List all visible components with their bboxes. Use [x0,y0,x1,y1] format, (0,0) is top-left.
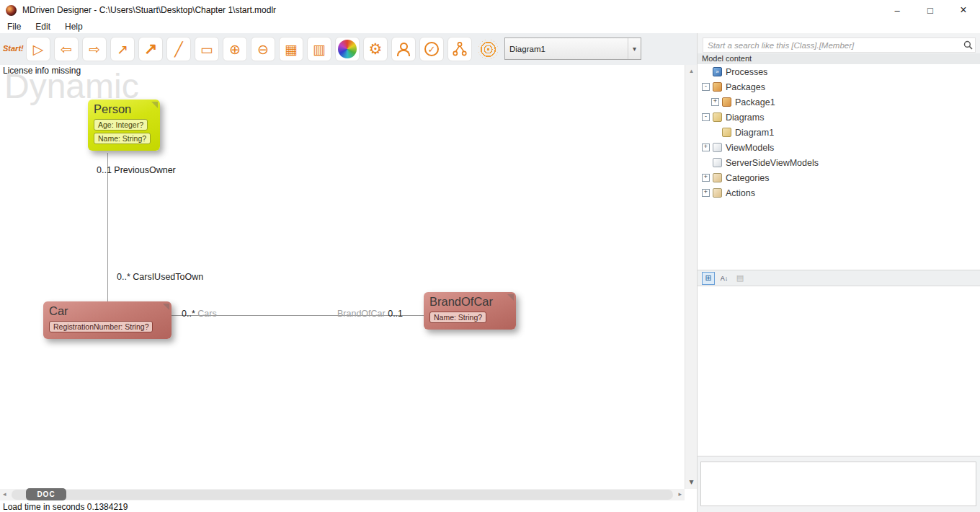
tree-item-label: Package1 [735,97,775,107]
viewmodel-icon [713,143,722,152]
report-icon: ▥ [313,41,326,58]
search-input[interactable] [703,41,961,50]
association-label-cars: 0..* Cars [182,309,217,319]
description-area[interactable] [700,462,976,506]
user-icon [396,43,411,56]
association-tool-button[interactable]: ↗ [110,37,135,61]
user-settings-button[interactable] [391,37,416,61]
scrollbar-thumb[interactable] [12,490,673,500]
canvas-horizontal-scrollbar[interactable]: ◂ ▸ [0,489,685,500]
property-grid-area[interactable] [698,286,980,456]
model-content-header: Model content [698,53,980,64]
tree-item-diagram1[interactable]: Diagram1 [698,125,980,140]
tree-item-serversideviewmodels[interactable]: ServerSideViewModels [698,155,980,170]
brand-multiplicity: 0..1 [388,309,403,319]
attribute-age[interactable]: Age: Integer? [94,119,148,131]
class-name: Car [49,304,166,318]
brand-role: BrandOfCar [337,309,386,319]
attribute-name[interactable]: Name: String? [94,133,151,144]
collapse-icon[interactable]: - [702,113,710,121]
nav-forward-button[interactable]: ⇨ [82,37,107,61]
tree-item-categories[interactable]: + Categories [698,170,980,185]
scroll-left-icon[interactable]: ◂ [3,490,6,498]
zoom-out-button[interactable]: ⊖ [251,37,275,61]
app-logo-icon [6,5,17,16]
forward-arrow-icon: ⇨ [89,41,100,58]
start-label[interactable]: Start! [3,44,24,53]
class-brandofcar[interactable]: BrandOfCar Name: String? [424,292,516,330]
line-tool-button[interactable]: ╱ [166,37,191,61]
tree-item-packages[interactable]: - Packages [698,79,980,94]
validate-button[interactable]: ✓ [419,37,444,61]
close-button[interactable]: × [947,0,980,20]
grid-icon: ▦ [285,41,298,58]
menu-help[interactable]: Help [58,21,90,32]
check-circle-icon: ✓ [424,42,439,56]
color-wheel-button[interactable] [335,37,360,61]
diagram-icon [713,112,722,122]
zoom-in-icon: ⊕ [229,41,241,58]
tree-item-label: Processes [726,67,767,77]
class-person[interactable]: Person Age: Integer? Name: String? [88,100,160,151]
scroll-right-icon[interactable]: ▸ [678,490,682,498]
gears-icon: ⚙ [369,40,383,58]
play-icon: ▷ [33,41,44,58]
tree-item-label: ViewModels [726,143,774,153]
back-arrow-icon: ⇦ [61,41,72,58]
cars-role: Cars [197,309,216,319]
search-box [703,37,976,53]
menu-file[interactable]: File [0,21,28,32]
package-icon [722,97,731,107]
scroll-down-icon[interactable]: ▾ [685,477,698,487]
scroll-up-icon[interactable]: ▴ [685,67,698,74]
diagram-report-button[interactable]: ▥ [307,37,331,61]
maximize-button[interactable]: □ [914,0,947,20]
association-label-previousowner: 0..1 PreviousOwner [97,165,176,175]
expand-icon[interactable]: + [702,174,710,182]
doc-tab[interactable]: DOC [26,488,66,500]
tree-item-label: ServerSideViewModels [726,158,819,168]
corner-fold-icon [151,102,158,108]
expand-icon[interactable]: + [702,144,710,151]
property-pages-button[interactable]: ▤ [734,272,747,285]
grid-view-button[interactable]: ▦ [279,37,303,61]
attribute-name[interactable]: Name: String? [429,312,486,323]
class-car[interactable]: Car RegistrationNumber: String? [43,301,172,339]
categorized-view-button[interactable]: ⊞ [702,272,715,285]
tree-item-package1[interactable]: + Package1 [698,94,980,110]
nav-back-button[interactable]: ⇦ [54,37,79,61]
association-bold-tool-button[interactable]: ↗ [138,37,163,61]
tree-item-diagrams[interactable]: - Diagrams [698,110,980,125]
spiral-icon [478,40,498,59]
collapse-icon[interactable]: - [702,83,710,91]
chevron-down-icon: ▾ [628,38,641,59]
class-name: BrandOfCar [429,295,510,309]
spiral-button[interactable] [476,37,500,61]
tree-item-processes[interactable]: » Processes [698,64,980,79]
minimize-button[interactable]: – [881,0,914,20]
diagram-selector[interactable]: Diagram1 ▾ [504,37,641,60]
status-bar: Load time in seconds 0.1384219 [0,500,697,512]
run-button[interactable]: ▷ [26,37,50,61]
diagram-canvas[interactable]: License info missing Dynamic 0..1 Previo… [0,65,685,489]
window-title: MDriven Designer - C:\Users\Stuart\Deskt… [22,5,276,15]
settings-gears-button[interactable]: ⚙ [363,37,388,61]
tree-item-actions[interactable]: + Actions [698,185,980,200]
diagonal-arrow-icon: ↗ [117,41,128,58]
expand-icon[interactable]: + [702,189,710,197]
canvas-vertical-scrollbar[interactable]: ▴ ▾ [685,65,697,489]
processes-icon: » [713,67,722,76]
zoom-out-icon: ⊖ [257,41,269,58]
license-info-text: License info missing [3,66,81,76]
expand-icon[interactable]: + [711,98,719,106]
tree-item-viewmodels[interactable]: + ViewModels [698,140,980,155]
alphabetical-sort-button[interactable]: A↓ [718,272,731,285]
hierarchy-button[interactable] [447,37,472,61]
association-label-carsiusedtoown: 0..* CarsIUsedToOwn [117,272,203,282]
zoom-in-button[interactable]: ⊕ [223,37,247,61]
menu-edit[interactable]: Edit [28,21,58,32]
search-icon[interactable] [961,40,975,50]
model-content-panel: Model content » Processes - Packages + P… [697,33,980,512]
select-tool-button[interactable]: ▭ [195,37,219,61]
attribute-registrationnumber[interactable]: RegistrationNumber: String? [49,321,153,332]
